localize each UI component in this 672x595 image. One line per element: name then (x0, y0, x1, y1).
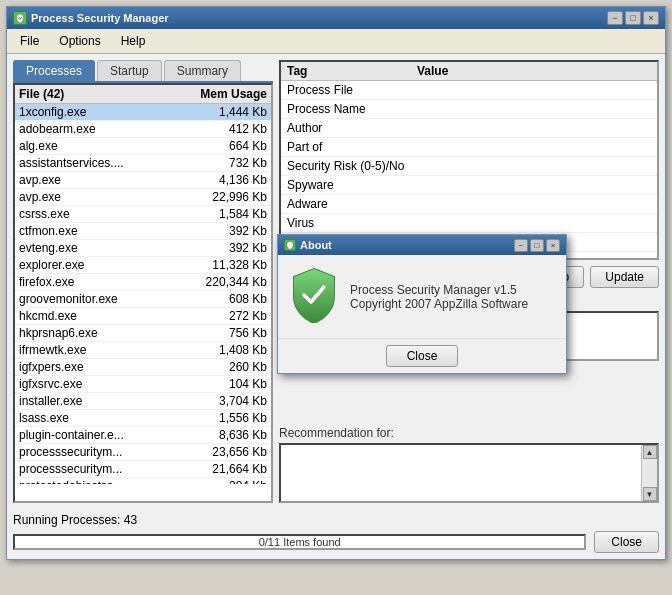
about-title-text: About (300, 239, 332, 251)
info-value (411, 157, 657, 176)
window-title: Process Security Manager (31, 12, 169, 24)
table-row[interactable]: plugin-container.e...8,636 Kb (15, 427, 271, 444)
menu-help[interactable]: Help (112, 31, 155, 51)
process-mem: 608 Kb (187, 292, 267, 306)
table-row[interactable]: processsecuritym...23,656 Kb (15, 444, 271, 461)
about-text-block: Process Security Manager v1.5 Copyright … (350, 283, 528, 311)
info-tag: Adware (281, 195, 411, 214)
info-tag: Virus (281, 214, 411, 233)
info-value (411, 81, 657, 100)
process-mem: 1,584 Kb (187, 207, 267, 221)
process-name: igfxpers.exe (19, 360, 187, 374)
info-value (411, 138, 657, 157)
info-value (411, 100, 657, 119)
table-row[interactable]: processsecuritym...21,664 Kb (15, 461, 271, 478)
scroll-up-arrow[interactable]: ▲ (643, 445, 657, 459)
table-row[interactable]: hkprsnap6.exe756 Kb (15, 325, 271, 342)
bottom-area: Running Processes: 43 0/11 Items found C… (7, 509, 665, 559)
value-column-header: Value (411, 62, 657, 81)
table-row[interactable]: igfxpers.exe260 Kb (15, 359, 271, 376)
process-name: explorer.exe (19, 258, 187, 272)
info-table-row: Spyware (281, 176, 657, 195)
about-app-name: Process Security Manager v1.5 (350, 283, 528, 297)
process-mem: 1,408 Kb (187, 343, 267, 357)
process-name: adobearm.exe (19, 122, 187, 136)
main-window: Process Security Manager − □ × File Opti… (6, 6, 666, 560)
table-row[interactable]: avp.exe22,996 Kb (15, 189, 271, 206)
table-row[interactable]: igfxsrvc.exe104 Kb (15, 376, 271, 393)
recommendation-area: Recommendation for: ▲ ▼ (279, 426, 659, 503)
process-mem: 22,996 Kb (187, 190, 267, 204)
table-row[interactable]: firefox.exe220,344 Kb (15, 274, 271, 291)
about-icon (284, 239, 296, 251)
recommendation-scrollbar: ▲ ▼ (641, 445, 657, 501)
progress-text: 0/11 Items found (259, 536, 341, 548)
about-shield-icon (290, 267, 338, 326)
table-row[interactable]: evteng.exe392 Kb (15, 240, 271, 257)
main-wrapper: Processes Startup Summary File (42) Mem … (7, 54, 665, 509)
menu-file[interactable]: File (11, 31, 48, 51)
table-row[interactable]: protectedobjectss...204 Kb (15, 478, 271, 484)
process-name: csrss.exe (19, 207, 187, 221)
process-mem: 756 Kb (187, 326, 267, 340)
info-table-wrapper: Tag Value Process FileProcess NameAuthor… (279, 60, 659, 260)
process-name: evteng.exe (19, 241, 187, 255)
table-row[interactable]: ctfmon.exe392 Kb (15, 223, 271, 240)
restore-button[interactable]: □ (625, 11, 641, 25)
process-name: alg.exe (19, 139, 187, 153)
recommendation-label: Recommendation for: (279, 426, 659, 440)
minimize-button[interactable]: − (607, 11, 623, 25)
table-row[interactable]: 1xconfig.exe1,444 Kb (15, 104, 271, 121)
tab-summary[interactable]: Summary (164, 60, 241, 81)
process-name: installer.exe (19, 394, 187, 408)
process-mem: 204 Kb (187, 479, 267, 484)
tab-startup[interactable]: Startup (97, 60, 162, 81)
process-mem: 412 Kb (187, 122, 267, 136)
scroll-down-arrow[interactable]: ▼ (643, 487, 657, 501)
table-row[interactable]: assistantservices....732 Kb (15, 155, 271, 172)
process-mem: 392 Kb (187, 241, 267, 255)
about-minimize-btn[interactable]: − (514, 239, 528, 252)
tag-column-header: Tag (281, 62, 411, 81)
left-panel: Processes Startup Summary File (42) Mem … (13, 60, 273, 503)
info-tag: Process Name (281, 100, 411, 119)
info-value (411, 214, 657, 233)
table-row[interactable]: explorer.exe11,328 Kb (15, 257, 271, 274)
about-restore-btn[interactable]: □ (530, 239, 544, 252)
title-controls: − □ × (607, 11, 659, 25)
progress-area: 0/11 Items found Close (13, 531, 659, 553)
about-close-btn-titlebar[interactable]: × (546, 239, 560, 252)
table-row[interactable]: lsass.exe1,556 Kb (15, 410, 271, 427)
window-close-button[interactable]: × (643, 11, 659, 25)
update-button[interactable]: Update (590, 266, 659, 288)
table-row[interactable]: groovemonitor.exe608 Kb (15, 291, 271, 308)
process-name: hkcmd.exe (19, 309, 187, 323)
bottom-close-button[interactable]: Close (594, 531, 659, 553)
process-mem: 11,328 Kb (187, 258, 267, 272)
process-mem: 104 Kb (187, 377, 267, 391)
process-list[interactable]: 1xconfig.exe1,444 Kbadobearm.exe412 Kbal… (15, 104, 271, 484)
process-table-wrapper: File (42) Mem Usage 1xconfig.exe1,444 Kb… (13, 83, 273, 503)
table-row[interactable]: hkcmd.exe272 Kb (15, 308, 271, 325)
process-name: groovemonitor.exe (19, 292, 187, 306)
table-row[interactable]: avp.exe4,136 Kb (15, 172, 271, 189)
process-name: plugin-container.e... (19, 428, 187, 442)
process-mem: 732 Kb (187, 156, 267, 170)
info-tag: Part of (281, 138, 411, 157)
process-mem: 23,656 Kb (187, 445, 267, 459)
process-mem: 392 Kb (187, 224, 267, 238)
table-row[interactable]: ifrmewtk.exe1,408 Kb (15, 342, 271, 359)
info-table-row: Process Name (281, 100, 657, 119)
table-row[interactable]: adobearm.exe412 Kb (15, 121, 271, 138)
table-row[interactable]: csrss.exe1,584 Kb (15, 206, 271, 223)
process-name: assistantservices.... (19, 156, 187, 170)
about-title-bar: About − □ × (278, 235, 566, 255)
table-row[interactable]: installer.exe3,704 Kb (15, 393, 271, 410)
table-row[interactable]: alg.exe664 Kb (15, 138, 271, 155)
process-name: hkprsnap6.exe (19, 326, 187, 340)
about-close-button[interactable]: Close (386, 345, 459, 367)
menu-options[interactable]: Options (50, 31, 109, 51)
tab-processes[interactable]: Processes (13, 60, 95, 81)
process-mem: 664 Kb (187, 139, 267, 153)
info-table-row: Adware (281, 195, 657, 214)
